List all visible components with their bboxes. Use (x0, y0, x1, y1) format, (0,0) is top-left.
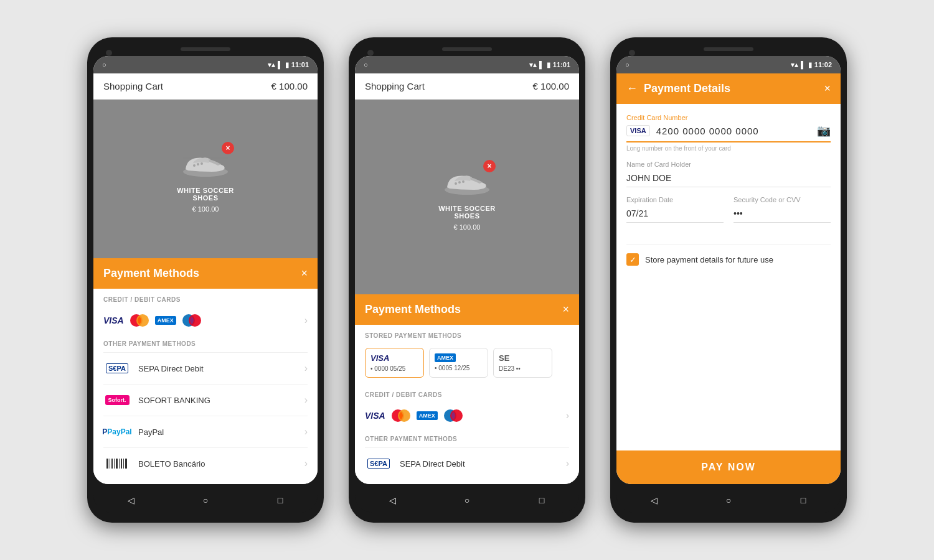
home-nav-3[interactable]: ○ (721, 493, 736, 508)
paypal-arrow: › (304, 426, 308, 437)
expiry-label: Expiration Date (626, 196, 724, 203)
speaker-2 (442, 47, 492, 51)
cvv-item: Security Code or CVV ••• (734, 196, 831, 231)
payment-panel-header: Payment Methods × (93, 258, 318, 289)
payment-details-header: ← Payment Details × (616, 73, 841, 104)
card-icons-row[interactable]: VISA AMEX (103, 308, 308, 333)
store-row[interactable]: ✓ Store payment details for future use (626, 244, 831, 274)
home-nav-2[interactable]: ○ (460, 493, 474, 508)
cvv-row: ••• (734, 206, 831, 223)
cart-item: × WHITE SOCCERSHOES € 100.00 (177, 146, 234, 213)
maestro-icon (181, 312, 202, 329)
credit-card-label: Credit Card Number (626, 114, 831, 121)
sepa-arrow-2: › (566, 458, 569, 469)
svg-rect-16 (125, 459, 127, 469)
close-button-2[interactable]: × (562, 303, 569, 316)
home-nav[interactable]: ○ (198, 493, 213, 508)
svg-point-3 (200, 162, 203, 165)
stored-card-amex[interactable]: AMEX • 0005 12/25 (429, 348, 488, 378)
cart-header: Shopping Cart € 100.00 (93, 73, 318, 100)
boleto-label: BOLETO Bancário (138, 459, 297, 469)
time-3: 11:02 (814, 61, 832, 68)
close-button[interactable]: × (301, 267, 308, 280)
back-nav-2[interactable]: ◁ (385, 493, 400, 508)
pd-title: Payment Details (644, 82, 824, 95)
svg-rect-9 (110, 459, 110, 469)
item-name-2: WHITE SOCCERSHOES (438, 205, 496, 220)
status-bar-3: ○ ▾▴ ▌ ▮ 11:02 (616, 56, 841, 73)
battery-icon-2: ▮ (547, 61, 550, 69)
store-checkbox[interactable]: ✓ (626, 253, 639, 266)
cards-section-label: CREDIT / DEBIT CARDS (103, 289, 308, 308)
mastercard-icon-2 (390, 407, 412, 424)
payment-title: Payment Methods (103, 267, 199, 280)
boleto-arrow: › (304, 458, 308, 469)
boleto-option[interactable]: BOLETO Bancário › (103, 447, 308, 479)
card-holder-value[interactable]: JOHN DOE (626, 170, 831, 183)
svg-point-20 (462, 180, 465, 183)
stored-section-label: STORED PAYMENT METHODS (365, 325, 569, 344)
payment-list-2: STORED PAYMENT METHODS VISA • 0000 05/25… (355, 325, 579, 484)
svg-rect-12 (116, 459, 118, 469)
cvv-value[interactable]: ••• (734, 206, 831, 218)
wifi-icon: ▾▴ (268, 61, 275, 69)
nav-bar-3: ◁ ○ □ (616, 488, 841, 513)
payment-panel-2: Payment Methods × STORED PAYMENT METHODS… (355, 294, 579, 484)
remove-item-button-2[interactable]: × (483, 160, 496, 172)
pd-close-button[interactable]: × (824, 82, 831, 95)
sepa-icon: S€PA (103, 359, 131, 378)
card-helper-text: Long number on the front of your card (626, 145, 831, 152)
shoe-image-container: × (181, 146, 230, 183)
recents-nav-3[interactable]: □ (796, 493, 811, 508)
back-button[interactable]: ← (626, 82, 638, 95)
stored-card-other[interactable]: SE DE23 •• (493, 348, 552, 378)
sofort-icon: Sofort. (103, 391, 131, 409)
svg-point-18 (455, 182, 457, 185)
mastercard-svg (129, 314, 150, 327)
expiry-value[interactable]: 07/21 (626, 206, 724, 218)
back-nav[interactable]: ◁ (123, 493, 138, 508)
camera-dot (106, 50, 112, 56)
cart-title: Shopping Cart (103, 81, 163, 91)
expiry-cvv-row: Expiration Date 07/21 Security Code or C… (626, 196, 831, 231)
store-label: Store payment details for future use (645, 255, 773, 264)
payment-details-content: Credit Card Number VISA 4200 0000 0000 0… (616, 104, 841, 450)
camera-dot-2 (367, 50, 374, 56)
remove-item-button[interactable]: × (222, 142, 234, 154)
svg-rect-14 (121, 459, 122, 469)
svg-rect-10 (111, 459, 113, 469)
expiry-item: Expiration Date 07/21 (626, 196, 724, 231)
sepa-option[interactable]: S€PA SEPA Direct Debit › (103, 352, 308, 384)
recents-nav[interactable]: □ (273, 493, 288, 508)
card-icons-row-2[interactable]: VISA AMEX (365, 403, 569, 428)
stored-amex-logo: AMEX (435, 353, 456, 362)
sofort-option[interactable]: Sofort. SOFORT BANKING › (103, 384, 308, 416)
card-number-input[interactable]: 4200 0000 0000 0000 (656, 126, 817, 136)
camera-scan-icon[interactable]: 📷 (817, 124, 831, 138)
svg-rect-15 (123, 459, 124, 469)
paypal-option[interactable]: PPayPal PayPal › (103, 416, 308, 447)
back-nav-3[interactable]: ◁ (646, 493, 661, 508)
cart-header-2: Shopping Cart € 100.00 (355, 73, 579, 100)
card-holder-row: JOHN DOE (626, 170, 831, 187)
svg-rect-13 (119, 459, 120, 469)
cart-content: × WHITE SOCCERSHOES € 100.00 (93, 100, 318, 258)
mastercard-svg-2 (390, 409, 412, 422)
other-section-label-2: OTHER PAYMENT METHODS (365, 428, 569, 447)
circle-icon-3: ○ (625, 61, 630, 68)
payment-panel-header-2: Payment Methods × (355, 294, 579, 325)
paypal-icon: PPayPal (103, 422, 131, 441)
cards-arrow-2: › (566, 410, 569, 421)
screen-1: ○ ▾▴ ▌ ▮ 11:01 Shopping Cart € 100.00 (93, 56, 318, 484)
stored-card-visa[interactable]: VISA • 0000 05/25 (365, 348, 424, 378)
screen-3: ○ ▾▴ ▌ ▮ 11:02 ← Payment Details × Credi… (616, 56, 841, 484)
cart-content-2: × WHITE SOCCERSHOES € 100.00 (355, 100, 579, 294)
stored-cards-row: VISA • 0000 05/25 AMEX • 0005 12/25 SE D… (365, 344, 569, 384)
recents-nav-2[interactable]: □ (534, 493, 549, 508)
pay-now-button[interactable]: PAY NOW (616, 450, 841, 484)
signal-icon-2: ▌ (539, 61, 544, 68)
cart-amount: € 100.00 (271, 81, 308, 91)
sepa-option-2[interactable]: S€PA SEPA Direct Debit › (365, 447, 569, 479)
visa-card-icon-2: VISA (365, 407, 385, 424)
cvv-label: Security Code or CVV (734, 196, 831, 203)
